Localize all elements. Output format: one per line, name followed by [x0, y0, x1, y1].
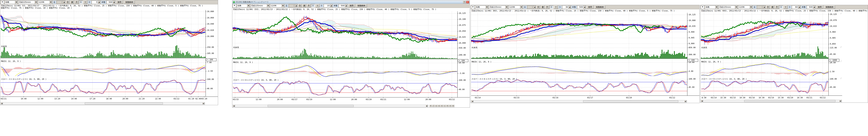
ashi-spinner[interactable]: 1◢	[289, 4, 297, 7]
category-dropdown[interactable]: 先物▼	[237, 4, 250, 7]
bars-spinner[interactable]: 500◢	[339, 4, 347, 7]
spinner-icon: ◢	[295, 4, 297, 7]
preset-dropdown[interactable]: ▼	[471, 5, 475, 9]
tool-button-7[interactable]: O	[449, 105, 452, 107]
scroll-left-button[interactable]: ◀	[233, 105, 235, 107]
chart-canvas[interactable]	[1, 9, 218, 102]
chart-canvas[interactable]	[471, 12, 700, 101]
category-dropdown[interactable]: 先物▼	[5, 1, 18, 4]
drawing-toolbar: ✛╱▭ADLROM	[429, 105, 455, 107]
bars-spinner[interactable]: 500◢	[577, 5, 586, 9]
tool-button-6[interactable]: R	[446, 105, 449, 107]
tool-button-2[interactable]: ▭	[435, 105, 437, 107]
horizontal-scrollbar[interactable]: ◀▶	[232, 105, 428, 107]
contract-dropdown[interactable]: 12/06▼	[270, 4, 284, 7]
bars-spinner[interactable]: 500◢	[807, 5, 815, 9]
minutes-spinner[interactable]: 5◢	[92, 1, 100, 4]
multi-symbol-button[interactable]: 複数銘柄	[824, 5, 835, 9]
scroll-right-button[interactable]: ▶	[684, 100, 687, 102]
chevron-down-icon: ▼	[520, 6, 523, 9]
horizontal-scrollbar[interactable]: ◀▶	[471, 100, 687, 103]
multi-symbol-button[interactable]: 複数銘柄	[124, 1, 135, 4]
symbol-dropdown[interactable]: 日経225mini▼	[718, 5, 738, 9]
contract-dropdown[interactable]: 12/06▼	[738, 5, 752, 9]
ashi-label: 足	[753, 6, 756, 9]
scroll-left-button[interactable]: ◀	[1, 102, 3, 104]
period-button-2[interactable]: 月	[307, 4, 311, 7]
chart-window: [5130] 指数先物/オプションチャート❐✕▼先物▼日経225mini▼12/…	[232, 0, 470, 107]
scrollbar-thumb[interactable]	[85, 102, 163, 104]
scrollbar-thumb[interactable]	[583, 100, 678, 102]
category-dropdown[interactable]: 先物▼	[705, 5, 718, 9]
period-button-3[interactable]: 分	[311, 4, 315, 7]
scroll-right-button[interactable]: ▶	[839, 100, 842, 102]
bottom-row: ◀▶✛╱▭ADLROM	[232, 105, 469, 107]
period-button-2[interactable]: 月	[775, 5, 779, 9]
spinner-icon: ◢	[533, 6, 536, 9]
symbol-dropdown[interactable]: 日経225mini▼	[18, 1, 37, 4]
tool-button-4[interactable]: D	[440, 105, 443, 107]
period-button-4[interactable]: T	[315, 4, 319, 7]
period-button-0[interactable]: 日	[66, 1, 70, 4]
period-button-1[interactable]: 週	[770, 5, 774, 9]
apply-button[interactable]: 適用	[586, 5, 594, 9]
restore-button[interactable]: ❐	[463, 1, 466, 3]
period-button-1[interactable]: 週	[70, 1, 74, 4]
tool-button-1[interactable]: ╱	[432, 105, 435, 107]
chevron-down-icon: ▼	[50, 1, 52, 4]
category-dropdown[interactable]: 先物▼	[475, 5, 488, 9]
period-button-2[interactable]: 月	[545, 5, 549, 9]
chart-legend-line2: 移動平均( Close, 75 ) 移動平均( Close, 10 ) 移動平均…	[1, 7, 218, 9]
period-button-1[interactable]: 週	[302, 4, 306, 7]
period-button-1[interactable]: 週	[541, 5, 545, 9]
tool-button-3[interactable]: A	[438, 105, 440, 107]
period-button-4[interactable]: T	[783, 5, 787, 9]
chart-canvas[interactable]	[232, 11, 470, 103]
ashi-spinner[interactable]: 1◢	[57, 1, 65, 4]
preset-dropdown[interactable]: ▼	[701, 5, 704, 9]
ashi-spinner[interactable]: 1◢	[527, 5, 536, 9]
tool-button-5[interactable]: L	[443, 105, 446, 107]
period-button-2[interactable]: 月	[74, 1, 79, 4]
apply-button[interactable]: 適用	[116, 1, 123, 4]
minutes-spinner[interactable]: 15◢	[324, 4, 332, 7]
period-button-0[interactable]: 日	[298, 4, 302, 7]
period-button-4[interactable]: T	[83, 1, 87, 4]
multi-symbol-button[interactable]: 複数銘柄	[356, 4, 367, 7]
symbol-dropdown[interactable]: 日経225mini▼	[489, 5, 508, 9]
minutes-spinner[interactable]: 60◢	[792, 5, 801, 9]
multi-symbol-button[interactable]: 複数銘柄	[594, 5, 606, 9]
period-button-4[interactable]: T	[554, 5, 558, 9]
period-button-0[interactable]: 日	[766, 5, 770, 9]
bars-label: 本数	[801, 6, 806, 9]
chart-canvas[interactable]	[701, 12, 843, 101]
apply-button[interactable]: 適用	[816, 5, 823, 9]
period-button-3[interactable]: 分	[779, 5, 783, 9]
minutes-spinner[interactable]: 30◢	[562, 5, 571, 9]
scrollbar-thumb[interactable]	[744, 100, 835, 102]
period-button-3[interactable]: 分	[550, 5, 553, 9]
preset-dropdown[interactable]: ▼	[1, 1, 4, 4]
contract-dropdown[interactable]: 12/06▼	[508, 5, 523, 9]
scroll-left-button[interactable]: ◀	[471, 100, 473, 102]
preset-dropdown[interactable]: ▼	[232, 4, 236, 7]
apply-button[interactable]: 適用	[348, 4, 355, 7]
scrollbar-thumb[interactable]	[268, 105, 354, 107]
period-button-3[interactable]: 分	[79, 1, 83, 4]
chevron-down-icon: ▼	[505, 6, 508, 9]
symbol-dropdown[interactable]: 日経225mini▼	[250, 4, 270, 7]
horizontal-scrollbar[interactable]: ◀▶	[701, 100, 842, 102]
chevron-down-icon: ▼	[282, 4, 284, 7]
close-button[interactable]: ✕	[466, 1, 469, 3]
bars-label: 本数	[333, 4, 338, 7]
horizontal-scrollbar[interactable]: ◀▶	[1, 102, 205, 105]
period-button-0[interactable]: 日	[536, 5, 540, 9]
scroll-right-button[interactable]: ▶	[426, 105, 428, 107]
scroll-right-button[interactable]: ▶	[203, 102, 205, 104]
contract-dropdown[interactable]: 12/06▼	[38, 1, 52, 4]
tool-button-8[interactable]: M	[452, 105, 455, 107]
bars-spinner[interactable]: 500◢	[106, 1, 115, 4]
ashi-spinner[interactable]: 1◢	[757, 5, 766, 9]
tool-button-0[interactable]: ✛	[429, 105, 432, 107]
scroll-left-button[interactable]: ◀	[701, 100, 703, 102]
